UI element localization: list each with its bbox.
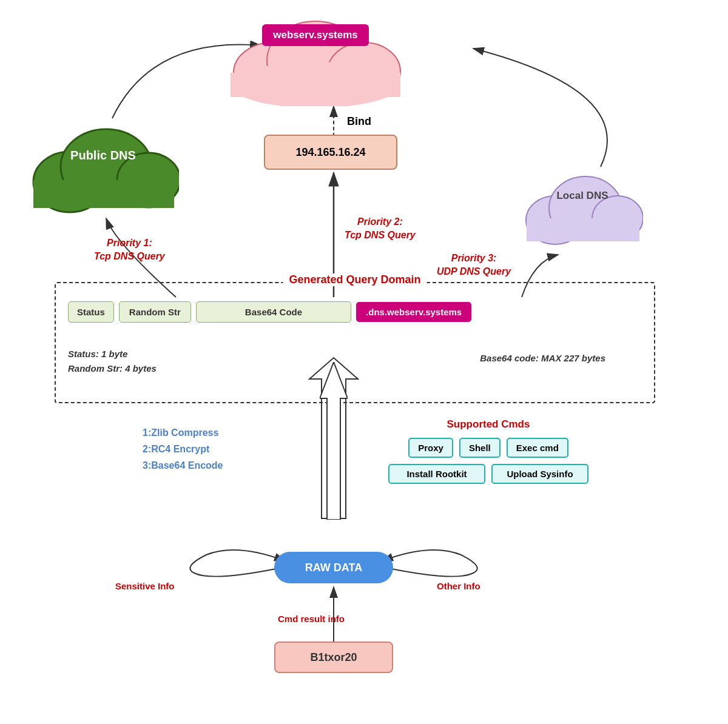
raw-data-box: RAW DATA [274, 552, 393, 583]
step2: 2:RC4 Encrypt [143, 441, 223, 457]
priority2-label: Priority 2: Tcp DNS Query [345, 215, 416, 243]
cmd-proxy: Proxy [408, 438, 453, 458]
webserv-cloud: webserv.systems [224, 6, 406, 106]
cmd-install-rootkit: Install Rootkit [388, 464, 485, 484]
svg-marker-20 [320, 362, 348, 520]
p3-line1: Priority 3: [437, 252, 511, 265]
priority3-label: Priority 3: UDP DNS Query [437, 252, 511, 279]
generated-query-box: Generated Query Domain Status Random Str… [55, 282, 655, 403]
cmd-exec: Exec cmd [507, 438, 568, 458]
supported-cmds-title: Supported Cmds [376, 418, 601, 431]
other-info-label: Other Info [437, 581, 480, 591]
cmd-shell: Shell [459, 438, 500, 458]
p2-line2: Tcp DNS Query [345, 229, 416, 242]
bind-label: Bind [347, 115, 371, 128]
cmd-result-label: Cmd result info [278, 614, 345, 624]
p1-line2: Tcp DNS Query [94, 250, 165, 263]
step3: 3:Base64 Encode [143, 457, 223, 474]
diagram: webserv.systems Public DNS Local DNS [0, 0, 728, 724]
note3: Base64 code: MAX 227 bytes [480, 353, 605, 363]
webserv-label: webserv.systems [262, 24, 369, 46]
svg-rect-15 [33, 180, 174, 208]
svg-rect-19 [527, 218, 639, 241]
random-str-tag: Random Str [119, 301, 191, 323]
public-dns-label: Public DNS [27, 149, 179, 163]
svg-rect-11 [231, 73, 400, 97]
local-dns-cloud: Local DNS [522, 163, 643, 250]
generated-query-title: Generated Query Domain [283, 273, 426, 286]
note2: Random Str: 4 bytes [68, 361, 157, 376]
sensitive-info-label: Sensitive Info [115, 581, 175, 591]
status-tag: Status [68, 301, 114, 323]
step1: 1:Zlib Compress [143, 424, 223, 441]
b1txor20-box: B1txor20 [274, 642, 393, 673]
ip-address-label: 194.165.16.24 [295, 146, 365, 159]
dns-suffix-tag: .dns.webserv.systems [356, 302, 471, 322]
p3-line2: UDP DNS Query [437, 265, 511, 278]
big-up-arrow [320, 362, 348, 514]
local-dns-label: Local DNS [522, 190, 643, 202]
public-dns-cloud: Public DNS [27, 112, 179, 218]
p1-line1: Priority 1: [94, 236, 165, 250]
priority1-label: Priority 1: Tcp DNS Query [94, 236, 165, 264]
p2-line1: Priority 2: [345, 215, 416, 229]
base64-tag: Base64 Code [196, 301, 351, 323]
supported-cmds-section: Supported Cmds Proxy Shell Exec cmd Inst… [376, 418, 601, 484]
ip-address-box: 194.165.16.24 [264, 135, 397, 170]
cmd-upload-sysinfo: Upload Sysinfo [491, 464, 588, 484]
query-notes: Status: 1 byte Random Str: 4 bytes [68, 347, 157, 376]
encoding-steps: 1:Zlib Compress 2:RC4 Encrypt 3:Base64 E… [143, 424, 223, 474]
note1: Status: 1 byte [68, 347, 157, 361]
